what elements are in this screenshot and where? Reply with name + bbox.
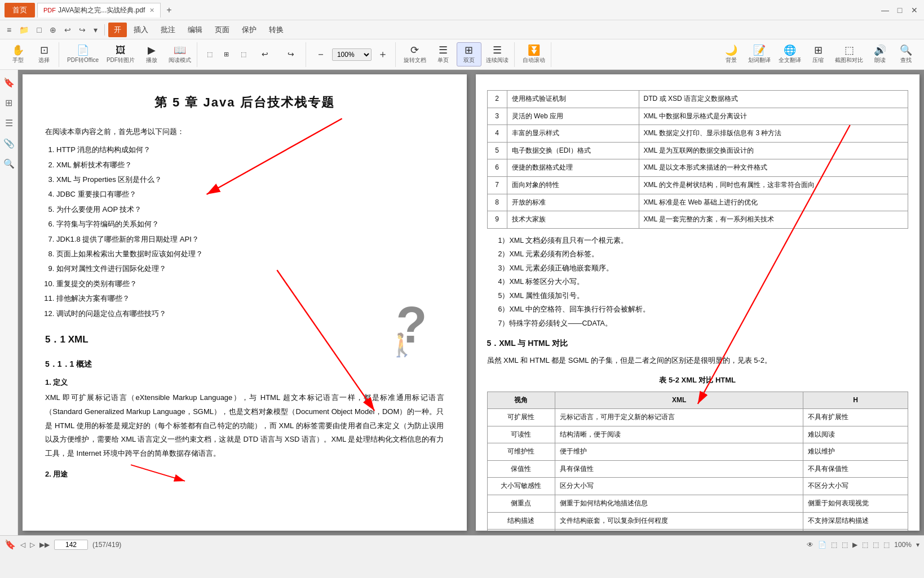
page-continuous-btn[interactable]: ⬚ [236, 49, 251, 60]
xml-rule-5: 5）XML 属性值须加引号。 [498, 290, 909, 303]
question-10: 重复提交的类别有哪些？ [56, 277, 444, 290]
single-page-button[interactable]: ☰ 单页 [431, 43, 456, 66]
sidebar-search-icon[interactable]: 🔍 [1, 155, 17, 171]
compress-button[interactable]: ⊞ 压缩 [806, 43, 830, 66]
status-page-input[interactable] [54, 540, 88, 550]
redo-icon[interactable]: ↪ [76, 24, 89, 35]
html-cell: 不具有扩展性 [803, 409, 908, 426]
title-bar: 首页 PDF JAVA架构之完...实战经典.pdf ✕ + — □ ✕ [0, 0, 924, 20]
menu-item-start[interactable]: 开 [108, 23, 127, 37]
html-cell: 不支持深层结构描述 [803, 512, 908, 530]
xml-rule-2: 2）XML 元素必须有闭合标签。 [498, 248, 909, 261]
col-html: H [803, 392, 908, 409]
aspect-cell: 可维护性 [487, 443, 555, 461]
status-icon-6[interactable]: ⬚ [862, 541, 868, 549]
screenshot-compare-button[interactable]: ⬚ 截图和对比 [832, 43, 866, 66]
html-cell: 难以阅读 [803, 426, 908, 443]
row-num: 7 [487, 176, 507, 194]
aspect-cell: 保值性 [487, 460, 555, 478]
zoom-in-button[interactable]: ＋ [373, 47, 393, 63]
pdf-to-office-button[interactable]: 📄 PDF转Office [64, 43, 102, 66]
menu-bar: ≡ 📁 □ ⊕ ↩ ↪ ▾ 开 插入 批注 编辑 页面 保护 转换 [0, 20, 924, 39]
table-row: 3 灵活的 Web 应用 XML 中数据和显示格式是分离设计 [487, 108, 908, 125]
view-tools: ⟳ 旋转文档 ☰ 单页 ⊞ 双页 ☰ 连续阅读 [398, 42, 515, 67]
question-6: 字符集与字符编码的关系如何？ [56, 217, 444, 230]
sidebar-thumbnail-icon[interactable]: ⊞ [1, 95, 17, 110]
menu-item-convert[interactable]: 转换 [263, 23, 289, 37]
page-layout-tools: ⬚ ⊞ ⬚ ↩ ↪ [200, 42, 306, 67]
word-translate-button[interactable]: 📝 划词翻译 [745, 43, 774, 66]
feature-cell: 面向对象的特性 [507, 176, 639, 194]
new-tab-icon[interactable]: □ [33, 24, 45, 35]
status-bookmark-icon[interactable]: 🔖 [5, 539, 16, 550]
auto-scroll-label: 自动滚动 [523, 56, 545, 64]
auto-scroll-button[interactable]: ⏬ 自动滚动 [519, 43, 549, 66]
sidebar-bookmark-icon[interactable]: 🔖 [1, 74, 17, 90]
sidebar-toc-icon[interactable]: ☰ [1, 115, 17, 131]
status-icon-3[interactable]: ⬚ [831, 541, 837, 549]
status-icon-8[interactable]: ⬚ [883, 541, 890, 549]
reading-mode-button[interactable]: 📖 阅读模式 [165, 43, 194, 66]
status-icon-5[interactable]: ▶ [852, 541, 857, 549]
undo-button[interactable]: ↩ [253, 48, 277, 61]
feature-cell: 便捷的数据格式处理 [507, 159, 639, 177]
status-icon-4[interactable]: ⬚ [842, 541, 848, 549]
table-row: 8 开放的标准 XML 标准是在 Web 基础上进行的优化 [487, 194, 908, 211]
status-icon-2[interactable]: 📄 [818, 541, 826, 549]
status-next-page-button[interactable]: ▷ [30, 541, 35, 549]
screenshot-icon: ⬚ [845, 45, 854, 57]
zoom-out-button[interactable]: － [311, 47, 331, 63]
redo-button[interactable]: ↪ [278, 48, 303, 61]
close-button[interactable]: ✕ [909, 5, 919, 15]
pdf-to-image-button[interactable]: 🖼 PDF转图片 [103, 43, 138, 66]
screenshot-label: 截图和对比 [835, 56, 863, 64]
pdf-tab[interactable]: PDF JAVA架构之完...实战经典.pdf ✕ [37, 3, 161, 17]
chapter-title: 第 5 章 Java 后台技术栈专题 [45, 91, 444, 114]
home-tab[interactable]: 首页 [5, 3, 35, 17]
add-tab-button[interactable]: + [162, 3, 176, 17]
xml-cell: XML 中数据和显示格式是分离设计 [639, 108, 908, 125]
dropdown-icon[interactable]: ▾ [90, 24, 101, 35]
sidebar-annotation-icon[interactable]: 📎 [1, 135, 17, 151]
page-single-btn[interactable]: ⬚ [202, 49, 218, 60]
xml-cell: 便于维护 [555, 443, 803, 461]
double-page-button[interactable]: ⊞ 双页 [457, 42, 481, 67]
print-icon[interactable]: ⊕ [46, 24, 60, 35]
page-double-btn[interactable]: ⊞ [219, 49, 235, 60]
menu-item-insert[interactable]: 插入 [128, 23, 154, 37]
status-icon-7[interactable]: ⬚ [873, 541, 879, 549]
menu-item-protect[interactable]: 保护 [236, 23, 262, 37]
minimize-button[interactable]: — [880, 5, 890, 15]
row-num: 6 [487, 159, 507, 177]
undo-icon[interactable]: ↩ [61, 24, 74, 35]
continuous-button[interactable]: ☰ 连续阅读 [483, 43, 512, 66]
open-file-icon[interactable]: 📁 [16, 24, 32, 35]
question-7: JDK1.8 提供了哪些新的常用日期处理 API？ [56, 233, 444, 246]
menu-item-page[interactable]: 页面 [209, 23, 235, 37]
play-button[interactable]: ▶ 播放 [139, 43, 164, 66]
status-zoom-dropdown[interactable]: ▾ [916, 541, 919, 549]
status-prev-page-button[interactable]: ◁ [20, 541, 25, 549]
rotate-doc-button[interactable]: ⟳ 旋转文档 [400, 43, 430, 66]
left-sidebar: 🔖 ⊞ ☰ 📎 🔍 [0, 70, 18, 535]
maximize-button[interactable]: □ [895, 5, 905, 15]
status-last-page-button[interactable]: ▶▶ [39, 541, 50, 549]
select-tool-button[interactable]: ⊡ 选择 [32, 43, 56, 66]
select-tool-label: 选择 [38, 56, 50, 64]
pdf-to-office-icon: 📄 [77, 45, 89, 57]
menu-item-comment[interactable]: 批注 [155, 23, 181, 37]
xml-features-table: 2 使用格式验证机制 DTD 或 XSD 语言定义数据格式 3 灵活的 Web … [487, 90, 909, 229]
full-translate-button[interactable]: 🌐 全文翻译 [775, 43, 804, 66]
read-aloud-button[interactable]: 🔊 朗读 [868, 43, 892, 66]
search-button[interactable]: 🔍 查找 [894, 43, 918, 66]
hand-tool-button[interactable]: ✋ 手型 [6, 43, 30, 66]
menu-expand-icon[interactable]: ≡ [3, 24, 15, 35]
tab-close-button[interactable]: ✕ [149, 7, 154, 14]
feature-cell: 技术大家族 [507, 211, 639, 229]
html-cell: 语法之间具有一定的顺 [803, 530, 908, 531]
zoom-select[interactable]: 100% 75% 150% 200% [332, 48, 372, 61]
menu-item-edit[interactable]: 编辑 [182, 23, 208, 37]
status-icon-1[interactable]: 👁 [807, 541, 814, 549]
background-button[interactable]: 🌙 背景 [719, 43, 744, 66]
row-num: 9 [487, 211, 507, 229]
